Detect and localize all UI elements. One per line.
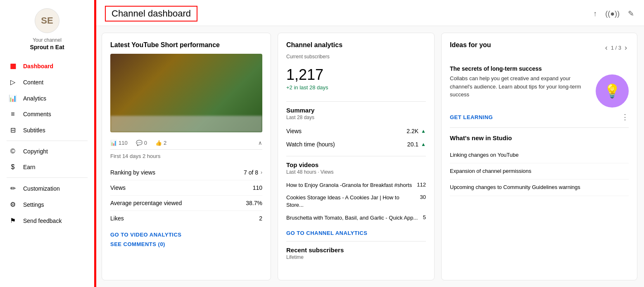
sidebar-item-label: Analytics xyxy=(23,95,46,102)
summary-period: Last 28 days xyxy=(286,115,426,120)
likes-label: Likes xyxy=(110,215,124,222)
views-value: 110 xyxy=(253,184,262,191)
sidebar-item-label: Copyright xyxy=(23,148,48,155)
ideas-title: Ideas for you xyxy=(450,41,491,49)
earn-icon: $ xyxy=(8,163,17,171)
top-video-row-1: Cookies Storage Ideas - A Cookies Jar | … xyxy=(286,191,426,211)
recent-subs-period: Lifetime xyxy=(286,254,426,260)
ideas-next-button[interactable]: › xyxy=(623,43,629,53)
main-content: Channel dashboard ↑ ((●)) ✎ Latest YouTu… xyxy=(95,0,644,287)
expand-button[interactable]: ∧ xyxy=(258,140,262,146)
ideas-nav-indicator: 1 / 3 xyxy=(611,45,621,51)
video-views-stat: 📊 110 xyxy=(110,140,128,146)
watch-time-analytics-row: Watch time (hours) 20.1 ▲ xyxy=(286,138,426,151)
top-video-title-1: Cookies Storage Ideas - A Cookies Jar | … xyxy=(286,194,420,209)
watch-time-up-arrow: ▲ xyxy=(421,141,426,147)
short-performance-card: Latest YouTube Short performance 📊 110 💬… xyxy=(102,33,271,280)
channel-analytics-card: Channel analytics Current subscribers 1,… xyxy=(278,33,435,280)
header-icons: ↑ ((●)) ✎ xyxy=(593,9,634,18)
video-comments-stat: 💬 0 xyxy=(136,140,147,146)
top-video-row-0: How to Enjoy Granola -Granola for Breakf… xyxy=(286,179,426,191)
top-videos-title: Top videos xyxy=(286,161,426,168)
top-video-title-2: Bruschetta with Tomato, Basil, and Garli… xyxy=(286,214,423,222)
live-icon[interactable]: ((●)) xyxy=(605,10,620,18)
summary-title: Summary xyxy=(286,107,426,114)
ranking-label: Ranking by views xyxy=(110,169,155,176)
channel-name: Sprout n Eat xyxy=(30,44,64,50)
video-thumbnail[interactable] xyxy=(110,54,262,132)
idea-title: The secrets of long-term success xyxy=(450,65,629,72)
content-area: Latest YouTube Short performance 📊 110 💬… xyxy=(95,26,644,287)
thumbs-up-icon: 👍 xyxy=(155,140,162,146)
upload-icon[interactable]: ↑ xyxy=(593,10,597,18)
likes-row: Likes 2 xyxy=(110,211,262,226)
video-stats-row: 📊 110 💬 0 👍 2 ∧ xyxy=(110,136,262,150)
sidebar-divider xyxy=(7,141,88,141)
avg-pct-label: Average percentage viewed xyxy=(110,200,182,206)
more-options-button[interactable]: ⋮ xyxy=(621,112,629,122)
top-video-title-0: How to Enjoy Granola -Granola for Breakf… xyxy=(286,182,417,189)
ideas-card: Ideas for you ‹ 1 / 3 › The secrets of l… xyxy=(441,33,637,280)
period-label: First 14 days 2 hours xyxy=(110,153,262,159)
header: Channel dashboard ↑ ((●)) ✎ xyxy=(95,0,644,26)
dashboard-icon: ▦ xyxy=(8,62,17,70)
video-likes-count: 2 xyxy=(164,140,166,146)
see-comments-button[interactable]: SEE COMMENTS (0) xyxy=(110,241,262,247)
edit-icon[interactable]: ✎ xyxy=(628,9,634,18)
ideas-prev-button[interactable]: ‹ xyxy=(604,43,609,53)
ideas-nav: ‹ 1 / 3 › xyxy=(604,43,629,53)
video-comments-count: 0 xyxy=(144,140,147,146)
top-video-views-2: 5 xyxy=(423,214,426,220)
whats-new-section: What's new in Studio Linking changes on … xyxy=(450,128,629,196)
news-item-2: Upcoming changes to Community Guidelines… xyxy=(450,179,629,196)
news-item-0: Linking changes on YouTube xyxy=(450,147,629,163)
idea-body: Collabs can help you get creative and ex… xyxy=(450,74,629,108)
sidebar-item-earn[interactable]: $ Earn xyxy=(0,159,94,175)
sidebar-item-customization[interactable]: ✏ Customization xyxy=(0,180,94,196)
settings-icon: ⚙ xyxy=(8,201,17,208)
ranking-row: Ranking by views 7 of 8 › xyxy=(110,165,262,180)
sidebar-item-label: Send feedback xyxy=(23,218,62,224)
ranking-value: 7 of 8 › xyxy=(244,169,262,176)
comments-icon: ≡ xyxy=(8,110,17,118)
sidebar-item-copyright[interactable]: © Copyright xyxy=(0,144,94,159)
subtitles-icon: ⊟ xyxy=(8,126,17,134)
top-video-views-0: 112 xyxy=(417,182,426,188)
sidebar-item-send-feedback[interactable]: ⚑ Send feedback xyxy=(0,213,94,229)
analytics-icon: 📊 xyxy=(8,94,17,102)
get-learning-button[interactable]: GET LEARNING xyxy=(450,114,493,120)
content-icon: ▷ xyxy=(8,78,17,86)
sidebar-item-label: Settings xyxy=(23,201,44,208)
divider-2 xyxy=(286,156,426,156)
views-row: Views 110 xyxy=(110,180,262,196)
subscribers-count: 1,217 xyxy=(286,66,426,84)
sidebar-item-subtitles[interactable]: ⊟ Subtitles xyxy=(0,122,94,138)
idea-text: Collabs can help you get creative and ex… xyxy=(450,74,590,99)
sidebar-item-settings[interactable]: ⚙ Settings xyxy=(0,196,94,213)
idea-footer: GET LEARNING ⋮ xyxy=(450,112,629,122)
sidebar-item-analytics[interactable]: 📊 Analytics xyxy=(0,90,94,106)
subscribers-change: +2 in last 28 days xyxy=(286,84,426,91)
sidebar-item-comments[interactable]: ≡ Comments xyxy=(0,106,94,122)
sidebar-item-dashboard[interactable]: ▦ Dashboard xyxy=(0,58,94,74)
go-to-channel-analytics-button[interactable]: GO TO CHANNEL ANALYTICS xyxy=(286,230,426,236)
go-to-video-analytics-button[interactable]: GO TO VIDEO ANALYTICS xyxy=(110,232,262,238)
divider-3 xyxy=(286,241,426,242)
page-title: Channel dashboard xyxy=(105,6,197,22)
likes-value: 2 xyxy=(259,215,262,222)
subscribers-label: Current subscribers xyxy=(286,54,426,60)
top-videos-period: Last 48 hours · Views xyxy=(286,169,426,175)
sidebar-item-label: Earn xyxy=(23,164,36,170)
watch-time-value: 20.1 ▲ xyxy=(407,141,426,148)
idea-card: The secrets of long-term success Collabs… xyxy=(450,60,629,128)
your-channel-label: Your channel xyxy=(33,37,62,43)
sidebar-item-content[interactable]: ▷ Content xyxy=(0,74,94,90)
avg-pct-value: 38.7% xyxy=(246,200,262,206)
top-video-row-2: Bruschetta with Tomato, Basil, and Garli… xyxy=(286,212,426,224)
channel-analytics-title: Channel analytics xyxy=(286,41,426,49)
comments-bubble-icon: 💬 xyxy=(136,140,143,146)
sidebar-nav: ▦ Dashboard ▷ Content 📊 Analytics ≡ Comm… xyxy=(0,58,94,229)
sidebar-divider-2 xyxy=(7,177,88,178)
views-label: Views xyxy=(110,184,126,191)
watch-time-label: Watch time (hours) xyxy=(286,141,335,148)
